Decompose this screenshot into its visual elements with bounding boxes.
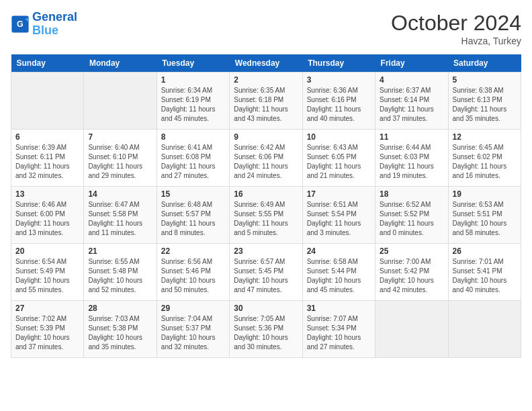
- day-number: 6: [15, 132, 79, 142]
- logo-line1: General: [32, 10, 77, 24]
- day-number: 24: [307, 246, 371, 256]
- day-number: 16: [234, 189, 298, 199]
- calendar-cell: 14Sunrise: 6:47 AM Sunset: 5:58 PM Dayli…: [84, 187, 157, 244]
- day-number: 10: [307, 132, 371, 142]
- day-info: Sunrise: 6:34 AM Sunset: 6:19 PM Dayligh…: [161, 86, 225, 124]
- title-block: October 2024 Havza, Turkey: [391, 11, 521, 46]
- day-info: Sunrise: 7:00 AM Sunset: 5:42 PM Dayligh…: [380, 257, 443, 295]
- calendar-cell: [448, 301, 521, 358]
- day-number: 18: [380, 189, 443, 199]
- day-info: Sunrise: 6:54 AM Sunset: 5:49 PM Dayligh…: [15, 257, 79, 295]
- day-number: 20: [15, 246, 79, 256]
- day-info: Sunrise: 6:58 AM Sunset: 5:44 PM Dayligh…: [307, 257, 371, 295]
- day-number: 26: [453, 246, 517, 256]
- day-number: 13: [15, 189, 79, 199]
- calendar-cell: 28Sunrise: 7:03 AM Sunset: 5:38 PM Dayli…: [84, 301, 157, 358]
- day-number: 14: [88, 189, 152, 199]
- svg-text:G: G: [17, 19, 24, 29]
- calendar-cell: 1Sunrise: 6:34 AM Sunset: 6:19 PM Daylig…: [157, 73, 229, 130]
- day-info: Sunrise: 6:46 AM Sunset: 6:00 PM Dayligh…: [15, 200, 79, 238]
- calendar-cell: 4Sunrise: 6:37 AM Sunset: 6:14 PM Daylig…: [375, 73, 448, 130]
- logo-text: General Blue: [32, 11, 77, 38]
- day-info: Sunrise: 6:49 AM Sunset: 5:55 PM Dayligh…: [234, 200, 298, 238]
- calendar-cell: 5Sunrise: 6:38 AM Sunset: 6:13 PM Daylig…: [448, 73, 521, 130]
- day-number: 31: [307, 304, 371, 313]
- calendar-cell: 15Sunrise: 6:48 AM Sunset: 5:57 PM Dayli…: [157, 187, 229, 244]
- calendar-cell: 30Sunrise: 7:05 AM Sunset: 5:36 PM Dayli…: [230, 301, 302, 358]
- day-info: Sunrise: 7:04 AM Sunset: 5:37 PM Dayligh…: [161, 314, 225, 352]
- day-info: Sunrise: 7:03 AM Sunset: 5:38 PM Dayligh…: [88, 314, 152, 352]
- day-info: Sunrise: 6:44 AM Sunset: 6:03 PM Dayligh…: [380, 143, 443, 181]
- calendar-week-2: 6Sunrise: 6:39 AM Sunset: 6:11 PM Daylig…: [11, 130, 521, 187]
- day-number: 27: [15, 304, 79, 313]
- day-number: 2: [234, 75, 298, 85]
- day-info: Sunrise: 7:02 AM Sunset: 5:39 PM Dayligh…: [15, 314, 79, 352]
- day-info: Sunrise: 7:07 AM Sunset: 5:34 PM Dayligh…: [307, 314, 371, 352]
- calendar-cell: 29Sunrise: 7:04 AM Sunset: 5:37 PM Dayli…: [157, 301, 229, 358]
- day-info: Sunrise: 6:42 AM Sunset: 6:06 PM Dayligh…: [234, 143, 298, 181]
- day-info: Sunrise: 7:01 AM Sunset: 5:41 PM Dayligh…: [453, 257, 517, 295]
- header-thursday: Thursday: [302, 54, 375, 73]
- calendar-cell: 17Sunrise: 6:51 AM Sunset: 5:54 PM Dayli…: [302, 187, 375, 244]
- day-info: Sunrise: 6:57 AM Sunset: 5:45 PM Dayligh…: [234, 257, 298, 295]
- calendar-cell: [11, 73, 84, 130]
- day-info: Sunrise: 6:52 AM Sunset: 5:52 PM Dayligh…: [380, 200, 443, 238]
- day-number: 8: [161, 132, 225, 142]
- day-info: Sunrise: 6:37 AM Sunset: 6:14 PM Dayligh…: [380, 86, 443, 124]
- day-info: Sunrise: 7:05 AM Sunset: 5:36 PM Dayligh…: [234, 314, 298, 352]
- calendar-cell: 25Sunrise: 7:00 AM Sunset: 5:42 PM Dayli…: [375, 244, 448, 301]
- day-info: Sunrise: 6:56 AM Sunset: 5:46 PM Dayligh…: [161, 257, 225, 295]
- header-saturday: Saturday: [448, 54, 521, 73]
- day-number: 23: [234, 246, 298, 256]
- day-info: Sunrise: 6:55 AM Sunset: 5:48 PM Dayligh…: [88, 257, 152, 295]
- day-info: Sunrise: 6:39 AM Sunset: 6:11 PM Dayligh…: [15, 143, 79, 181]
- day-number: 19: [453, 189, 517, 199]
- calendar-cell: [84, 73, 157, 130]
- day-number: 1: [161, 75, 225, 85]
- calendar-cell: 27Sunrise: 7:02 AM Sunset: 5:39 PM Dayli…: [11, 301, 84, 358]
- day-info: Sunrise: 6:47 AM Sunset: 5:58 PM Dayligh…: [88, 200, 152, 238]
- calendar-cell: 22Sunrise: 6:56 AM Sunset: 5:46 PM Dayli…: [157, 244, 229, 301]
- header-monday: Monday: [84, 54, 157, 73]
- calendar-week-4: 20Sunrise: 6:54 AM Sunset: 5:49 PM Dayli…: [11, 244, 521, 301]
- calendar-cell: 10Sunrise: 6:43 AM Sunset: 6:05 PM Dayli…: [302, 130, 375, 187]
- calendar-cell: 24Sunrise: 6:58 AM Sunset: 5:44 PM Dayli…: [302, 244, 375, 301]
- calendar-cell: 8Sunrise: 6:41 AM Sunset: 6:08 PM Daylig…: [157, 130, 229, 187]
- header-friday: Friday: [375, 54, 448, 73]
- day-info: Sunrise: 6:40 AM Sunset: 6:10 PM Dayligh…: [88, 143, 152, 181]
- day-info: Sunrise: 6:35 AM Sunset: 6:18 PM Dayligh…: [234, 86, 298, 124]
- day-number: 17: [307, 189, 371, 199]
- calendar-cell: 20Sunrise: 6:54 AM Sunset: 5:49 PM Dayli…: [11, 244, 84, 301]
- calendar-cell: 16Sunrise: 6:49 AM Sunset: 5:55 PM Dayli…: [230, 187, 302, 244]
- day-number: 3: [307, 75, 371, 85]
- day-number: 25: [380, 246, 443, 256]
- calendar-cell: [375, 301, 448, 358]
- day-info: Sunrise: 6:48 AM Sunset: 5:57 PM Dayligh…: [161, 200, 225, 238]
- calendar-cell: 23Sunrise: 6:57 AM Sunset: 5:45 PM Dayli…: [230, 244, 302, 301]
- calendar-cell: 18Sunrise: 6:52 AM Sunset: 5:52 PM Dayli…: [375, 187, 448, 244]
- calendar-cell: 6Sunrise: 6:39 AM Sunset: 6:11 PM Daylig…: [11, 130, 84, 187]
- day-info: Sunrise: 6:51 AM Sunset: 5:54 PM Dayligh…: [307, 200, 371, 238]
- day-number: 21: [88, 246, 152, 256]
- day-number: 4: [380, 75, 443, 85]
- day-info: Sunrise: 6:53 AM Sunset: 5:51 PM Dayligh…: [453, 200, 517, 238]
- day-number: 7: [88, 132, 152, 142]
- header-tuesday: Tuesday: [157, 54, 229, 73]
- day-number: 22: [161, 246, 225, 256]
- day-number: 28: [88, 304, 152, 313]
- day-info: Sunrise: 6:38 AM Sunset: 6:13 PM Dayligh…: [453, 86, 517, 124]
- page-header: G General Blue October 2024 Havza, Turke…: [11, 11, 521, 46]
- day-number: 12: [453, 132, 517, 142]
- day-info: Sunrise: 6:36 AM Sunset: 6:16 PM Dayligh…: [307, 86, 371, 124]
- month-title: October 2024: [391, 11, 521, 36]
- calendar-cell: 11Sunrise: 6:44 AM Sunset: 6:03 PM Dayli…: [375, 130, 448, 187]
- header-wednesday: Wednesday: [230, 54, 302, 73]
- calendar-cell: 3Sunrise: 6:36 AM Sunset: 6:16 PM Daylig…: [302, 73, 375, 130]
- calendar-cell: 21Sunrise: 6:55 AM Sunset: 5:48 PM Dayli…: [84, 244, 157, 301]
- calendar-week-5: 27Sunrise: 7:02 AM Sunset: 5:39 PM Dayli…: [11, 301, 521, 358]
- header-sunday: Sunday: [11, 54, 84, 73]
- calendar-cell: 26Sunrise: 7:01 AM Sunset: 5:41 PM Dayli…: [448, 244, 521, 301]
- logo-icon: G: [11, 15, 30, 34]
- calendar-cell: 12Sunrise: 6:45 AM Sunset: 6:02 PM Dayli…: [448, 130, 521, 187]
- calendar-week-3: 13Sunrise: 6:46 AM Sunset: 6:00 PM Dayli…: [11, 187, 521, 244]
